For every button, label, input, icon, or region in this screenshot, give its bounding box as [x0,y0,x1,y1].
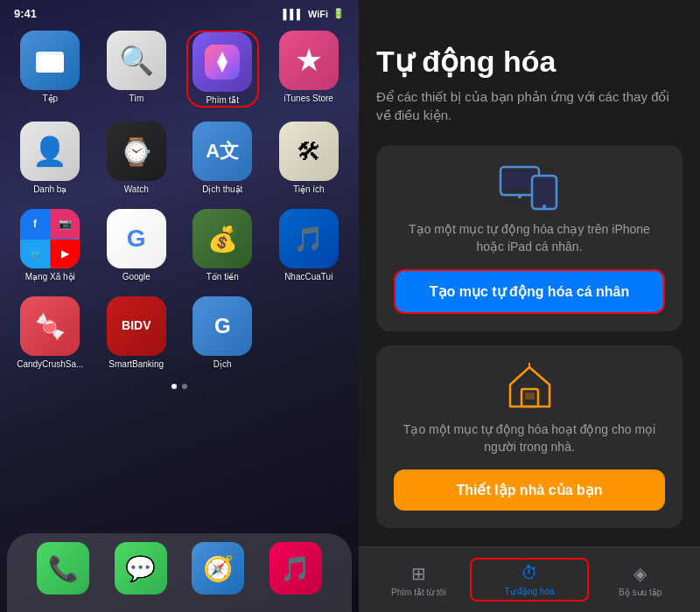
svg-marker-11 [510,367,550,407]
app-google[interactable]: G Google [101,209,173,282]
app-tontien[interactable]: 💰 Tốn tiền [186,209,259,282]
home-icon-wrapper [394,363,665,411]
app-label-mangxahoi: Mạng Xã hội [25,272,75,282]
status-icons: ▌▌▌ WiFi 🔋 [283,8,345,19]
app-icon-dichtuat: A文 [192,122,252,181]
tab-icon-phimtat: ⊞ [411,563,426,584]
app-label-phimtat: Phím tắt [206,95,239,106]
app-label-tontien: Tốn tiền [206,272,239,282]
app-icon-mangxahoi: f 📷 🐦 ▶ [20,209,80,268]
app-icon-nhaccuatui: 🎵 [279,209,339,268]
status-bar-left: 9:41 ▌▌▌ WiFi 🔋 [0,0,359,24]
tab-tudong[interactable]: ⏱ Tự động hóa [470,558,590,602]
app-icon-itunes: ★ [279,31,339,90]
app-label-tep: Tệp [42,94,58,104]
tab-icon-bosuutap: ◈ [634,563,647,584]
app-icon-candy: 🍬 [20,296,80,356]
app-icon-phimtat [192,32,252,92]
dock: 📞 💬 🧭 🎵 [7,533,352,612]
app-label-candy: CandyCrushSa... [17,359,83,370]
app-itunes[interactable]: ★ iTunes Store [273,31,346,108]
dock-icon-music: 🎵 [270,542,322,595]
phone-right-screen: Tự động hóa Để các thiết bị của bạn phản… [359,0,700,612]
dock-icon-phone: 📞 [37,542,89,595]
app-label-dichtuat: Dịch thuật [202,184,242,195]
home-card-description: Tạo một mục tự động hóa hoạt động cho mọ… [394,421,665,456]
personal-card-description: Tạo một mục tự động hóa chạy trên iPhone… [394,221,665,255]
dot-1 [172,384,177,389]
app-dich[interactable]: G Dịch [186,296,259,370]
app-icon-danhba: 👤 [20,122,80,181]
app-icon-bidv: BIDV [107,296,166,356]
home-automation-card: Tạo một mục tự động hóa hoạt động cho mọ… [376,345,682,528]
device-icon-wrapper [394,163,665,211]
app-watch[interactable]: ⌚ Watch [101,122,173,195]
app-bidv[interactable]: BIDV SmartBanking [101,296,173,370]
svg-point-4 [219,59,226,66]
tab-label-bosuutap: Bộ sưu tập [619,588,662,597]
tab-label-phimtat: Phím tắt từ tôi [391,588,446,597]
dock-music[interactable]: 🎵 [270,542,322,595]
social-tw: 🐦 [20,240,50,269]
home-icon [506,363,554,411]
tab-phimtat[interactable]: ⊞ Phím tắt từ tôi [368,556,470,604]
app-tep[interactable]: Tệp [14,31,87,108]
app-mangxahoi[interactable]: f 📷 🐦 ▶ Mạng Xã hội [14,209,87,282]
social-ig: 📷 [51,209,80,239]
app-label-google: Google [122,272,150,282]
signal-icon: ▌▌▌ [283,9,303,19]
app-label-watch: Watch [124,184,149,195]
social-yt: ▶ [51,240,80,269]
app-label-nhaccuatui: NhacCuaTui [284,272,332,282]
app-nhaccuatui[interactable]: 🎵 NhacCuaTui [273,209,346,282]
app-tienich[interactable]: 🛠 Tiện ích [273,122,346,195]
create-personal-automation-button[interactable]: Tạo mục tự động hóa cá nhân [394,269,665,314]
app-danhba[interactable]: 👤 Danh bạ [14,122,87,195]
dock-messages[interactable]: 💬 [115,542,167,595]
tab-label-tudong: Tự động hóa [504,587,554,596]
battery-icon: 🔋 [332,8,345,19]
app-tim[interactable]: 🔍 Tìm [101,31,173,108]
app-label-danhba: Danh bạ [33,184,66,195]
page-subtitle: Để các thiết bị của bạn phản ứng với các… [376,87,682,124]
dock-safari[interactable]: 🧭 [192,542,244,595]
dot-2 [182,384,187,389]
wifi-icon: WiFi [308,9,328,19]
app-label-tienich: Tiện ích [293,184,325,195]
svg-point-10 [542,205,546,208]
app-label-dich: Dịch [214,359,232,370]
setup-home-button[interactable]: Thiết lập nhà của bạn [394,469,665,511]
app-label-tim: Tìm [129,94,144,104]
app-label-itunes: iTunes Store [284,94,333,104]
social-fb: f [20,209,50,239]
svg-rect-13 [525,393,535,400]
app-label-bidv: SmartBanking [108,359,164,370]
tab-bosuutap[interactable]: ◈ Bộ sưu tập [589,556,691,604]
svg-rect-2 [36,53,48,59]
app-phimtat[interactable]: Phím tắt [186,31,259,108]
app-candy[interactable]: 🍬 CandyCrushSa... [14,296,87,370]
app-dichtuat[interactable]: A文 Dịch thuật [186,122,259,195]
page-dots [0,377,359,396]
folder-icon [34,45,66,76]
app-icon-tienich: 🛠 [279,122,339,181]
app-grid: Tệp 🔍 Tìm [0,24,359,377]
app-icon-tontien: 💰 [192,209,252,268]
app-icon-dich: G [192,296,252,356]
tab-icon-tudong: ⏱ [521,563,538,583]
personal-automation-card: Tạo một mục tự động hóa chạy trên iPhone… [376,145,682,331]
time: 9:41 [14,7,37,20]
app-icon-google: G [107,209,166,268]
page-title: Tự động hóa [376,44,682,79]
right-content: Tự động hóa Để các thiết bị của bạn phản… [359,0,700,546]
app-icon-tep [20,31,80,90]
dock-phone[interactable]: 📞 [37,542,89,595]
svg-rect-6 [504,170,536,190]
shortcuts-icon [205,45,240,80]
svg-point-7 [518,195,522,198]
phone-left-screen: 9:41 ▌▌▌ WiFi 🔋 Tệp 🔍 Tìm [0,0,359,612]
tab-bar: ⊞ Phím tắt từ tôi ⏱ Tự động hóa ◈ Bộ sưu… [359,546,700,612]
device-icon [499,163,560,211]
dock-icon-messages: 💬 [115,542,167,595]
app-icon-watch: ⌚ [107,122,166,181]
